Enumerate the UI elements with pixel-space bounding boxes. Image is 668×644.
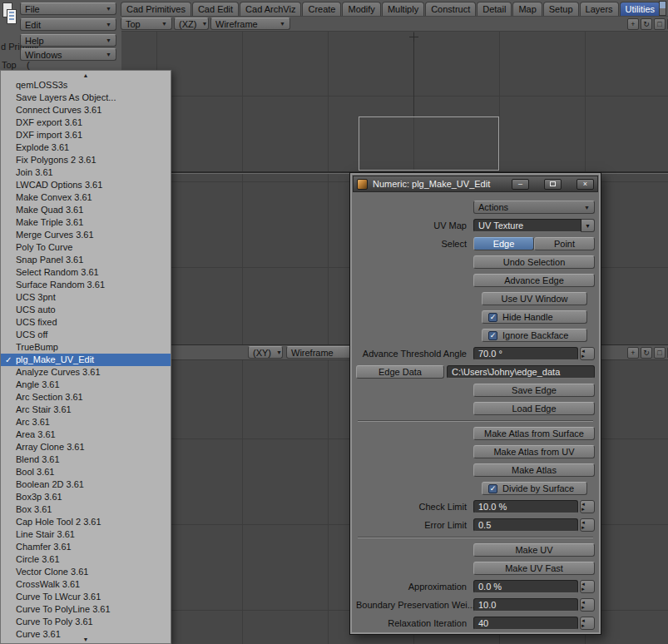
plugin-menu-item[interactable]: Make Convex 3.61 — [1, 191, 171, 204]
plugin-menu-item[interactable]: TrueBump — [1, 341, 171, 354]
make-uv-fast-button[interactable]: Make UV Fast — [473, 562, 595, 575]
panel-icon[interactable] — [659, 1, 666, 16]
scroll-up-icon[interactable]: ▲ — [1, 71, 171, 79]
help-menu-button[interactable]: Help ▼ — [20, 34, 116, 47]
plugin-menu-item[interactable]: Curve To LWcur 3.61 — [1, 591, 171, 603]
scroll-down-icon[interactable]: ▼ — [1, 636, 171, 643]
actions-dropdown[interactable]: Actions ▼ — [473, 201, 595, 214]
boundary-preservation-field[interactable]: 10.0 — [473, 598, 578, 612]
tab[interactable]: Utilities — [620, 2, 661, 16]
check-limit-field[interactable]: 10.0 % — [473, 500, 578, 513]
plugin-menu-item[interactable]: Connect Curves 3.61 — [1, 104, 171, 116]
plugin-menu-item[interactable]: Snap Panel 3.61 — [1, 254, 171, 266]
plugin-menu-item[interactable]: Merge Curves 3.61 — [1, 229, 171, 241]
plugin-menu-item[interactable]: UCS 3pnt — [1, 291, 171, 304]
use-uv-window-button[interactable]: Use UV Window — [482, 292, 587, 305]
stepper-arrows-icon[interactable]: ◄ ► — [580, 347, 595, 360]
stepper-arrows-icon[interactable]: ◄ ► — [580, 580, 595, 593]
plugin-menu-item[interactable]: LWCAD Options 3.61 — [1, 179, 171, 191]
tab[interactable]: Detail — [477, 2, 512, 16]
select-point-button[interactable]: Point — [534, 237, 595, 250]
dialog-title-bar[interactable]: Numeric: plg_Make_UV_Edit – × — [353, 176, 598, 192]
undo-selection-button[interactable]: Undo Selection — [473, 255, 595, 269]
plugin-menu-item[interactable]: Chamfer 3.61 — [1, 541, 171, 553]
plugin-menu-item[interactable]: Poly To Curve — [1, 241, 171, 254]
tab[interactable]: Cad Primitives — [121, 2, 191, 16]
select-edge-button[interactable]: Edge — [473, 237, 534, 250]
uv-map-value[interactable]: UV Texture — [473, 219, 581, 232]
tab[interactable]: Create — [302, 2, 341, 16]
plugin-menu-item[interactable]: Select Random 3.61 — [1, 266, 171, 279]
plugin-menu-item[interactable]: UCS fixed — [1, 316, 171, 329]
plugin-menu-item[interactable]: Line Stair 3.61 — [1, 528, 171, 541]
plugin-menu-item[interactable]: Curve To Poly 3.61 — [1, 616, 171, 628]
plugin-menu-item[interactable]: Bool 3.61 — [1, 466, 171, 478]
file-menu-button[interactable]: File ▼ — [20, 2, 116, 15]
plugin-menu-item[interactable]: Vector Clone 3.61 — [1, 566, 171, 578]
rotate-icon[interactable]: ↻ — [641, 18, 652, 30]
divide-by-surface-checkbox[interactable]: ✓ Divide by Surface — [482, 482, 587, 495]
viewport-projection-dropdown[interactable]: (XY) ▼ — [248, 346, 283, 359]
plugin-menu-item[interactable]: Blend 3.61 — [1, 453, 171, 466]
viewport-shading-dropdown[interactable]: Wireframe ▼ — [210, 17, 290, 30]
make-atlas-from-uv-button[interactable]: Make Atlas from UV — [473, 445, 595, 458]
plugin-menu-item[interactable]: CrossWalk 3.61 — [1, 578, 171, 591]
plugin-menu-item[interactable]: Arc Section 3.61 — [1, 391, 171, 404]
uv-map-dropdown-button[interactable]: ▼ — [581, 219, 595, 232]
plugin-menu-item[interactable]: UCS auto — [1, 304, 171, 316]
hide-handle-checkbox[interactable]: ✓ Hide Handle — [482, 310, 587, 324]
plugin-menu-item[interactable]: Curve To PolyLine 3.61 — [1, 603, 171, 616]
make-uv-button[interactable]: Make UV — [473, 543, 595, 557]
plugin-menu-item[interactable]: Cap Hole Tool 2 3.61 — [1, 516, 171, 528]
maximize-button[interactable] — [544, 179, 562, 190]
advance-edge-button[interactable]: Advance Edge — [473, 274, 595, 287]
plugin-menu-item[interactable]: plg_Make_UV_Edit — [1, 354, 171, 366]
tab[interactable]: Cad ArchViz — [240, 2, 301, 16]
minimize-button[interactable]: – — [512, 179, 529, 190]
rotate-icon[interactable]: ↻ — [641, 347, 652, 359]
viewport-projection-dropdown[interactable]: (XZ) ▼ — [174, 17, 209, 30]
plugin-menu-item[interactable]: Make Triple 3.61 — [1, 216, 171, 229]
tab[interactable]: Cad Edit — [192, 2, 239, 16]
tab[interactable]: Multiply — [382, 2, 424, 16]
plugin-menu-item[interactable]: Circle 3.61 — [1, 553, 171, 566]
tab[interactable]: Setup — [543, 2, 579, 16]
plugin-menu-item[interactable]: UCS off — [1, 329, 171, 341]
edge-data-path-field[interactable]: C:\Users\Johny\edge_data — [447, 365, 595, 379]
load-edge-button[interactable]: Load Edge — [473, 402, 595, 415]
stepper-arrows-icon[interactable]: ◄ ► — [580, 598, 595, 612]
plugin-menu-item[interactable]: Array Clone 3.61 — [1, 441, 171, 453]
approximation-field[interactable]: 0.0 % — [473, 580, 578, 593]
error-limit-field[interactable]: 0.5 — [473, 518, 578, 532]
plugin-menu-item[interactable]: qemLOSS3s — [1, 79, 171, 92]
pan-icon[interactable]: + — [627, 18, 639, 30]
plugin-menu-item[interactable]: Box 3.61 — [1, 503, 171, 516]
stepper-arrows-icon[interactable]: ◄ ► — [580, 500, 595, 513]
plugin-menu-item[interactable]: Make Quad 3.61 — [1, 204, 171, 216]
plugin-menu-item[interactable]: Surface Random 3.61 — [1, 279, 171, 291]
close-button[interactable]: × — [576, 179, 594, 190]
plugin-menu-item[interactable]: DXF export 3.61 — [1, 116, 171, 129]
pan-icon[interactable]: + — [627, 347, 639, 359]
plugin-menu-item[interactable]: Analyze Curves 3.61 — [1, 366, 171, 379]
plugin-menu-item[interactable]: Box3p 3.61 — [1, 491, 171, 503]
stepper-arrows-icon[interactable]: ◄ ► — [580, 617, 595, 630]
plugin-menu-item[interactable]: Save Layers As Object... — [1, 92, 171, 104]
plugin-menu-item[interactable]: DXF import 3.61 — [1, 129, 171, 141]
plugin-menu-item[interactable]: Explode 3.61 — [1, 141, 171, 154]
make-atlas-from-surface-button[interactable]: Make Atlas from Surface — [473, 427, 595, 440]
save-edge-button[interactable]: Save Edge — [473, 384, 595, 397]
plugin-menu-item[interactable]: Area 3.61 — [1, 429, 171, 441]
tab[interactable]: Layers — [580, 2, 619, 16]
plugin-menu-item[interactable]: Fix Polygons 2 3.61 — [1, 154, 171, 166]
zoom-icon[interactable]: □ — [654, 18, 666, 30]
ignore-backface-checkbox[interactable]: ✓ Ignore Backface — [482, 329, 587, 342]
plugin-menu-item[interactable]: Angle 3.61 — [1, 379, 171, 391]
viewport-view-dropdown[interactable]: Top ▼ — [121, 17, 172, 30]
tab[interactable]: Map — [512, 2, 542, 16]
stepper-arrows-icon[interactable]: ◄ ► — [580, 518, 595, 532]
clipboard-icon[interactable] — [2, 2, 18, 26]
advance-threshold-angle-field[interactable]: 70.0 ° — [473, 347, 578, 360]
windows-menu-button[interactable]: Windows ▼ — [20, 48, 116, 61]
edge-data-button[interactable]: Edge Data — [356, 365, 444, 379]
